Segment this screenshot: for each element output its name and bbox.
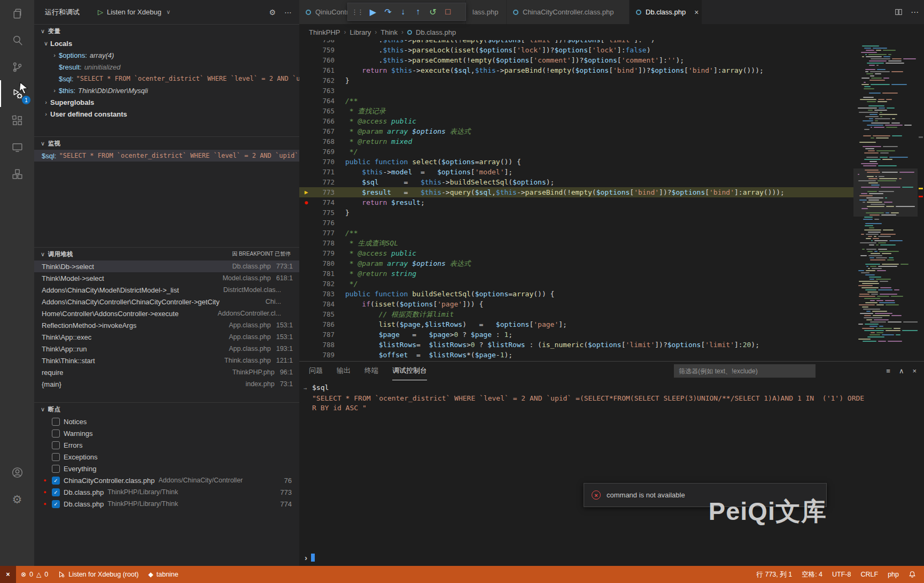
breakpoints-pane-header[interactable]: ∨ 断点: [34, 403, 299, 416]
stack-frame[interactable]: Think\Think::startThink.class.php121:1: [34, 355, 299, 366]
stack-frame[interactable]: ReflectionMethod->invokeArgsApp.class.ph…: [34, 319, 299, 331]
editor-more-actions-icon[interactable]: ⋯: [911, 7, 919, 17]
code-line: 781 * @return string: [299, 269, 853, 279]
checkbox-icon[interactable]: ✓: [52, 500, 60, 508]
breadcrumb-item[interactable]: Library: [350, 28, 371, 36]
stack-frame[interactable]: Addons\ChinaCity\Model\DistrictModel->_l…: [34, 284, 299, 296]
encoding-status[interactable]: UTF-8: [827, 566, 856, 583]
line-number: 771: [313, 168, 335, 176]
breakpoint-entry[interactable]: ●✓ChinaCityController.class.phpAddons/Ch…: [34, 474, 299, 486]
variable-item[interactable]: $sql:"SELECT * FROM `ocenter_district` W…: [34, 73, 299, 85]
scope-locals[interactable]: ∨ Locals: [34, 37, 299, 49]
accounts-icon[interactable]: [0, 459, 34, 486]
variable-item[interactable]: ›$this:Think\Db\Driver\Mysqli: [34, 85, 299, 96]
continue-button[interactable]: ▶: [366, 4, 380, 19]
language-mode-status[interactable]: php: [883, 566, 904, 583]
remote-indicator[interactable]: ×: [0, 566, 16, 583]
stack-frame[interactable]: {main}index.php73:1: [34, 378, 299, 390]
tab-problems[interactable]: 问题: [309, 362, 323, 380]
checkbox-icon[interactable]: [52, 418, 60, 426]
breakpoint-option[interactable]: Everything: [34, 463, 299, 474]
tab-db-class-php[interactable]: Db.class.php ×: [630, 0, 702, 24]
stack-frame[interactable]: requireThinkPHP.php96:1: [34, 366, 299, 378]
tab-lass-php[interactable]: lass.php: [466, 0, 507, 24]
run-and-debug-icon[interactable]: 1: [0, 80, 34, 107]
checkbox-icon[interactable]: [52, 441, 60, 449]
breakpoint-option[interactable]: Exceptions: [34, 451, 299, 463]
variables-pane-header[interactable]: ∨ 变量: [34, 25, 299, 37]
minimap-viewport[interactable]: [853, 168, 918, 217]
code-editor[interactable]: 758 .$this->parseLimit(!empty($options['…: [299, 40, 924, 361]
tab-debug-console[interactable]: 调试控制台: [392, 362, 427, 380]
split-editor-icon[interactable]: [894, 7, 903, 17]
debug-settings-gear-icon[interactable]: ⚙: [269, 8, 276, 17]
bell-icon: [909, 571, 916, 578]
checkbox-icon[interactable]: [52, 453, 60, 461]
breadcrumb-item[interactable]: Think: [381, 28, 398, 36]
breakpoint-option[interactable]: Warnings: [34, 427, 299, 439]
checkbox-icon[interactable]: [52, 465, 60, 473]
code-lines: 758 .$this->parseLimit(!empty($options['…: [299, 40, 853, 361]
cursor-position-status[interactable]: 行 773, 列 1: [751, 566, 797, 583]
console-filter-input[interactable]: [674, 364, 816, 378]
stack-frame[interactable]: Think\Model->selectModel.class.php618:1: [34, 272, 299, 284]
tab-chinacitycontroller[interactable]: ChinaCityController.class.php: [507, 0, 630, 24]
breakpoint-option-label: Errors: [64, 441, 82, 449]
debug-console-input[interactable]: ›: [305, 553, 315, 562]
php-file-icon: [306, 10, 311, 15]
checkbox-icon[interactable]: ✓: [52, 488, 60, 496]
close-panel-icon[interactable]: ×: [912, 367, 917, 375]
breakpoint-dot-icon[interactable]: ●: [299, 200, 313, 205]
debug-config-status[interactable]: Listen for Xdebug (root): [53, 566, 143, 583]
watch-pane-header[interactable]: ∨ 监视: [34, 137, 299, 150]
debug-views-more-icon[interactable]: ⋯: [284, 8, 292, 17]
stack-frame[interactable]: Think\App::execApp.class.php153:1: [34, 331, 299, 343]
breakpoint-option[interactable]: Notices: [34, 416, 299, 427]
launch-config-dropdown[interactable]: ▷ Listen for Xdebug ∨: [98, 8, 170, 16]
variable-scope[interactable]: ›Superglobals: [34, 96, 299, 108]
close-tab-icon[interactable]: ×: [694, 8, 698, 17]
watch-item[interactable]: $sql: "SELECT * FROM `ocenter_district` …: [34, 150, 299, 162]
tab-output[interactable]: 输出: [337, 362, 351, 380]
variable-scope[interactable]: ›User defined constants: [34, 108, 299, 120]
drag-handle-icon[interactable]: ⋮⋮: [351, 8, 363, 16]
breakpoint-entry[interactable]: ●✓Db.class.phpThinkPHP/Library/Think773: [34, 486, 299, 498]
explorer-icon[interactable]: [0, 0, 34, 27]
start-debug-icon[interactable]: ▷: [98, 8, 103, 16]
variable-item[interactable]: ›$options:array(4): [34, 49, 299, 61]
eol-status[interactable]: CRLF: [856, 566, 883, 583]
variable-item[interactable]: $result:uninitialized: [34, 61, 299, 73]
stop-button[interactable]: □: [441, 4, 455, 19]
breakpoint-option[interactable]: Errors: [34, 439, 299, 451]
indentation-status[interactable]: 空格: 4: [797, 566, 827, 583]
tab-terminal[interactable]: 终端: [364, 362, 378, 380]
minimap[interactable]: [853, 40, 918, 361]
problems-status[interactable]: ⊗ 0 △ 0: [16, 566, 53, 583]
checkbox-icon[interactable]: ✓: [52, 477, 60, 485]
stack-frame[interactable]: Addons\ChinaCity\Controller\ChinaCityCon…: [34, 296, 299, 308]
containers-icon[interactable]: [0, 160, 34, 187]
notifications-bell[interactable]: [904, 566, 921, 583]
debug-current-line-icon[interactable]: ▶: [299, 189, 313, 196]
breadcrumb-item[interactable]: ThinkPHP: [309, 28, 340, 36]
restart-button[interactable]: ↺: [426, 4, 440, 19]
stack-frame[interactable]: Home\Controller\AddonsController->execut…: [34, 308, 299, 319]
call-stack-pane-header[interactable]: ∨ 调用堆栈 因 BREAKPOINT 已暂停: [34, 248, 299, 260]
breadcrumb-item[interactable]: Db.class.php: [416, 28, 456, 36]
stack-frame[interactable]: Think\App::runApp.class.php193:1: [34, 343, 299, 355]
step-over-button[interactable]: ↷: [381, 4, 395, 19]
breakpoint-entry[interactable]: ●✓Db.class.phpThinkPHP/Library/Think774: [34, 498, 299, 510]
step-into-button[interactable]: ↓: [396, 4, 410, 19]
remote-explorer-icon[interactable]: [0, 134, 34, 160]
search-icon[interactable]: [0, 27, 34, 53]
extensions-icon[interactable]: [0, 107, 34, 134]
php-file-icon: [513, 10, 518, 15]
step-out-button[interactable]: ↑: [411, 4, 425, 19]
source-control-icon[interactable]: [0, 53, 34, 80]
stack-frame[interactable]: Think\Db->selectDb.class.php773:1: [34, 260, 299, 272]
maximize-panel-icon[interactable]: ∧: [899, 367, 904, 375]
settings-gear-icon[interactable]: ⚙: [0, 486, 34, 512]
checkbox-icon[interactable]: [52, 429, 60, 438]
tabnine-status[interactable]: ◆ tabnine: [144, 566, 183, 583]
filter-icon[interactable]: ≡: [886, 367, 890, 375]
